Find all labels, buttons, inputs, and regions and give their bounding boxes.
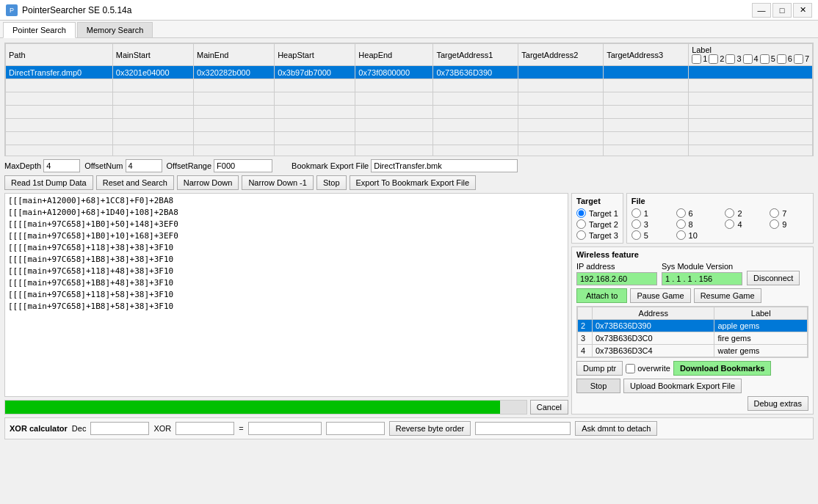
- addr-row-3[interactable]: 4 0x73B636D3C4 water gems: [578, 345, 808, 357]
- attach-button[interactable]: Attach to: [576, 288, 627, 303]
- file-10-row[interactable]: 10: [676, 230, 720, 240]
- file-table-container: Path MainStart MainEnd HeapStart HeapEnd…: [4, 43, 814, 156]
- upload-bookmark-button[interactable]: Upload Bookmark Export File: [623, 379, 742, 393]
- reset-search-button[interactable]: Reset and Search: [96, 175, 174, 190]
- target-1-radio[interactable]: [576, 208, 586, 218]
- reverse-byte-button[interactable]: Reverse byte order: [389, 421, 471, 436]
- label-check-1[interactable]: [692, 54, 701, 64]
- target-section: Target Target 1 Target 2 Target 3: [571, 193, 623, 244]
- overwrite-row[interactable]: overwrite: [626, 364, 670, 373]
- close-button[interactable]: ✕: [793, 3, 812, 18]
- file-10-radio[interactable]: [676, 230, 686, 240]
- result-line-5: [[[[main+97C658]+1B8]+38]+38]+3F10: [7, 254, 566, 266]
- file-6-radio[interactable]: [676, 208, 686, 218]
- disconnect-button[interactable]: Disconnect: [747, 271, 800, 285]
- dec-input[interactable]: [90, 422, 149, 435]
- wireless-stop-button[interactable]: Stop: [576, 379, 620, 393]
- file-9-row[interactable]: 9: [770, 219, 808, 229]
- file-section: File 1 6 2 7 3 8 4 9 5 10: [626, 193, 814, 244]
- ask-dmnt-button[interactable]: Ask dmnt to detach: [575, 421, 657, 436]
- wireless-section: Wireless feature IP address Sys Module V…: [571, 246, 814, 414]
- cancel-button[interactable]: Cancel: [530, 400, 568, 414]
- file-4-radio[interactable]: [725, 219, 734, 229]
- file-5-radio[interactable]: [631, 230, 641, 240]
- read-1st-dump-button[interactable]: Read 1st Dump Data: [4, 175, 93, 190]
- table-row[interactable]: [6, 106, 813, 119]
- table-row[interactable]: [6, 132, 813, 145]
- results-area: [[[main+A12000]+68]+1CC8]+F0]+2BA8 [[[ma…: [4, 193, 568, 397]
- col-target3: TargetAddress3: [604, 44, 689, 66]
- dump-ptr-button[interactable]: Dump ptr: [576, 361, 623, 376]
- xor-input-field[interactable]: [175, 422, 234, 435]
- target-3-row[interactable]: Target 3: [576, 230, 618, 240]
- file-1-row[interactable]: 1: [631, 208, 670, 218]
- cell-heapstart: 0x3b97db7000: [275, 66, 355, 79]
- addr-row-1[interactable]: 2 0x73B636D390 apple gems: [578, 320, 808, 332]
- max-depth-input[interactable]: [43, 159, 80, 172]
- target-2-row[interactable]: Target 2: [576, 219, 618, 229]
- pause-game-button[interactable]: Pause Game: [630, 288, 690, 303]
- file-8-row[interactable]: 8: [676, 219, 720, 229]
- cell-mainstart: 0x3201e04000: [112, 66, 193, 79]
- file-6-row[interactable]: 6: [676, 208, 720, 218]
- address-table-container: Address Label 2 0x73B636D390 apple gems: [576, 306, 808, 358]
- target-1-row[interactable]: Target 1: [576, 208, 618, 218]
- narrow-down-1-button[interactable]: Narrow Down -1: [242, 175, 313, 190]
- label-check-4[interactable]: [743, 54, 753, 64]
- file-5-row[interactable]: 5: [631, 230, 670, 240]
- file-7-radio[interactable]: [770, 208, 779, 218]
- file-7-row[interactable]: 7: [770, 208, 808, 218]
- offset-range-input[interactable]: [214, 159, 272, 172]
- address-table: Address Label 2 0x73B636D390 apple gems: [577, 307, 808, 357]
- ip-address-input[interactable]: [576, 272, 657, 285]
- addr-row-2[interactable]: 3 0x73B636D3C0 fire gems: [578, 332, 808, 345]
- xor-result-input[interactable]: [248, 422, 322, 435]
- label-check-6[interactable]: [777, 54, 786, 64]
- file-9-radio[interactable]: [770, 219, 779, 229]
- target-3-radio[interactable]: [576, 230, 586, 240]
- maximize-button[interactable]: □: [772, 3, 792, 18]
- offset-num-group: OffsetNum: [84, 159, 162, 172]
- stop-search-button[interactable]: Stop: [316, 175, 347, 190]
- label-check-3[interactable]: [725, 54, 735, 64]
- table-row[interactable]: [6, 92, 813, 106]
- export-bookmark-button[interactable]: Export To Bookmark Export File: [350, 175, 476, 190]
- target-2-radio[interactable]: [576, 219, 586, 229]
- file-3-row[interactable]: 3: [631, 219, 670, 229]
- file-1-radio[interactable]: [631, 208, 641, 218]
- label-check-2[interactable]: [709, 54, 718, 64]
- main-content: Path MainStart MainEnd HeapStart HeapEnd…: [0, 38, 818, 444]
- table-row[interactable]: [6, 79, 813, 92]
- max-depth-group: MaxDepth: [4, 159, 80, 172]
- addr-address-1: 0x73B636D390: [593, 320, 714, 332]
- tab-pointer-search[interactable]: Pointer Search: [3, 22, 76, 38]
- xor-section: XOR calculator Dec XOR = Reverse byte or…: [4, 417, 814, 439]
- bookmark-file-input[interactable]: [371, 159, 518, 172]
- bookmark-export-label: Bookmark Export File: [292, 161, 369, 170]
- file-8-radio[interactable]: [676, 219, 686, 229]
- download-bookmarks-button[interactable]: Download Bookmarks: [673, 361, 772, 376]
- table-row[interactable]: [6, 145, 813, 157]
- file-2-row[interactable]: 2: [725, 208, 764, 218]
- addr-num-3: 3: [578, 332, 593, 345]
- file-2-radio[interactable]: [725, 208, 734, 218]
- label-check-5[interactable]: [760, 54, 770, 64]
- offset-num-input[interactable]: [126, 159, 162, 172]
- file-3-radio[interactable]: [631, 219, 641, 229]
- sysmod-input[interactable]: [662, 272, 742, 285]
- narrow-down-button[interactable]: Narrow Down: [177, 175, 239, 190]
- table-row[interactable]: DirectTransfer.dmp0 0x3201e04000 0x32028…: [6, 66, 813, 79]
- file-4-row[interactable]: 4: [725, 219, 764, 229]
- resume-game-button[interactable]: Resume Game: [694, 288, 761, 303]
- ip-label: IP address: [576, 262, 657, 271]
- addr-address-3: 0x73B636D3C4: [593, 345, 714, 357]
- table-row[interactable]: [6, 119, 813, 132]
- debug-extras-button[interactable]: Debug extras: [748, 396, 808, 411]
- minimize-button[interactable]: —: [752, 3, 771, 18]
- overwrite-checkbox[interactable]: [626, 364, 635, 373]
- xor-misc-input[interactable]: [326, 422, 385, 435]
- tab-memory-search[interactable]: Memory Search: [77, 22, 153, 37]
- target-file-row: Target Target 1 Target 2 Target 3: [571, 193, 814, 244]
- byte-order-input[interactable]: [475, 422, 571, 435]
- label-check-7[interactable]: [794, 54, 803, 64]
